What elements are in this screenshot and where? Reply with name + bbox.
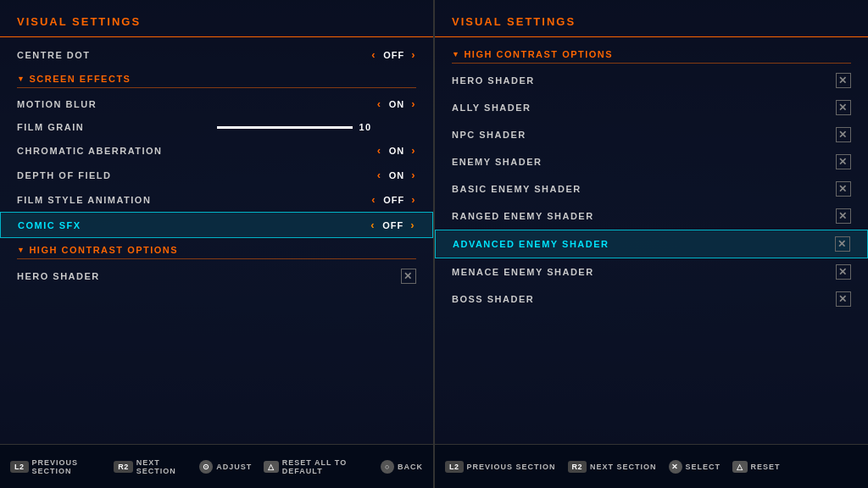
basic-enemy-shader-checkbox[interactable]: ✕ [836,181,851,197]
setting-basic-enemy-shader[interactable]: BASIC ENEMY SHADER ✕ [435,175,868,202]
reset-badge[interactable]: △ [264,461,279,473]
back-label: BACK [398,463,423,471]
boss-shader-label: BOSS SHADER [452,294,836,304]
comic-sfx-label: COMIC SFX [18,220,370,230]
hero-shader-label: HERO SHADER [452,75,836,86]
film-grain-fill [217,126,353,129]
film-style-animation-arrow-right[interactable]: › [411,193,416,206]
boss-shader-checkbox[interactable]: ✕ [836,291,851,307]
film-style-animation-arrow-left[interactable]: ‹ [371,193,376,206]
left-back-hint: ○ BACK [381,460,423,474]
setting-npc-shader[interactable]: NPC SHADER ✕ [435,121,868,148]
centre-dot-arrow-right[interactable]: › [411,48,416,61]
adjust-badge[interactable]: ⊙ [199,460,213,474]
left-prev-section-hint: L2 PREVIOUS SECTION [10,458,102,475]
advanced-enemy-shader-checkbox[interactable]: ✕ [835,236,850,252]
ally-shader-checkbox[interactable]: ✕ [836,100,851,115]
comic-sfx-arrow-left[interactable]: ‹ [370,219,376,231]
back-badge[interactable]: ○ [381,460,394,474]
basic-enemy-shader-label: BASIC ENEMY SHADER [452,184,836,194]
left-panel-title: VISUAL SETTINGS [0,10,433,37]
setting-comic-sfx[interactable]: COMIC SFX ‹ OFF › [0,212,433,238]
left-next-section-hint: R2 NEXT SECTION [114,458,187,475]
right-next-section-hint: R2 NEXT SECTION [568,461,657,473]
advanced-enemy-shader-label: ADVANCED ENEMY SHADER [453,239,835,249]
l2-badge-right[interactable]: L2 [445,461,464,473]
left-panel: VISUAL SETTINGS CENTRE DOT ‹ OFF › SCREE… [0,0,433,444]
right-prev-section-hint: L2 PREVIOUS SECTION [445,461,556,473]
depth-of-field-value: ON [389,170,405,180]
setting-centre-dot[interactable]: CENTRE DOT ‹ OFF › [0,42,433,67]
chromatic-aberration-value: ON [389,146,405,156]
chromatic-aberration-arrow-left[interactable]: ‹ [377,144,382,157]
setting-advanced-enemy-shader[interactable]: ADVANCED ENEMY SHADER ✕ [435,230,868,258]
npc-shader-label: NPC SHADER [452,130,836,140]
high-contrast-left-divider [17,258,416,259]
left-bottom-bar: L2 PREVIOUS SECTION R2 NEXT SECTION ⊙ AD… [0,444,433,488]
setting-hero-shader[interactable]: HERO SHADER ✕ [435,67,868,94]
setting-film-style-animation[interactable]: FILM STYLE ANIMATION ‹ OFF › [0,187,433,212]
next-section-label-left: NEXT SECTION [136,458,188,475]
prev-section-label-left: PREVIOUS SECTION [32,458,103,475]
hero-shader-checkbox[interactable]: ✕ [836,73,851,88]
motion-blur-arrow-right[interactable]: › [411,97,416,110]
comic-sfx-arrow-right[interactable]: › [410,219,415,231]
hero-shader-left-label: HERO SHADER [17,271,401,281]
ranged-enemy-shader-label: RANGED ENEMY SHADER [452,211,836,221]
motion-blur-value: ON [389,99,405,109]
setting-menace-enemy-shader[interactable]: MENACE ENEMY SHADER ✕ [435,258,868,286]
chromatic-aberration-label: CHROMATIC ABERRATION [17,146,377,156]
screen-effects-header: SCREEN EFFECTS [0,67,433,87]
high-contrast-right-divider [452,63,851,64]
setting-boss-shader[interactable]: BOSS SHADER ✕ [435,286,868,313]
ally-shader-label: ALLY SHADER [452,103,836,113]
menace-enemy-shader-checkbox[interactable]: ✕ [836,264,851,280]
centre-dot-arrow-left[interactable]: ‹ [371,48,376,61]
r2-badge-right[interactable]: R2 [568,461,587,473]
right-bottom-bar: L2 PREVIOUS SECTION R2 NEXT SECTION ✕ SE… [435,444,868,488]
right-panel: VISUAL SETTINGS HIGH CONTRAST OPTIONS HE… [435,0,868,444]
centre-dot-label: CENTRE DOT [17,50,371,60]
left-reset-hint: △ RESET ALL TO DEFAULT [264,458,369,475]
film-grain-slider-container: 10 [217,122,417,132]
right-panel-title: VISUAL SETTINGS [435,10,868,37]
adjust-label: ADJUST [216,463,252,471]
hero-shader-left-checkbox[interactable]: ✕ [401,269,416,284]
motion-blur-label: MOTION BLUR [17,99,377,109]
enemy-shader-label: ENEMY SHADER [452,157,836,167]
setting-ranged-enemy-shader[interactable]: RANGED ENEMY SHADER ✕ [435,202,868,230]
film-grain-track[interactable] [217,126,353,129]
ranged-enemy-shader-checkbox[interactable]: ✕ [836,208,851,224]
right-reset-badge[interactable]: △ [732,461,748,473]
film-style-animation-value: OFF [383,195,404,205]
right-reset-label: RESET [751,463,781,471]
setting-enemy-shader[interactable]: ENEMY SHADER ✕ [435,148,868,175]
centre-dot-value: OFF [383,50,404,60]
depth-of-field-arrow-right[interactable]: › [411,169,416,181]
motion-blur-arrow-left[interactable]: ‹ [377,97,382,110]
high-contrast-right-header: HIGH CONTRAST OPTIONS [435,42,868,63]
screen-effects-divider [17,87,416,88]
r2-badge-left[interactable]: R2 [114,461,133,473]
film-style-animation-label: FILM STYLE ANIMATION [17,195,371,205]
comic-sfx-value: OFF [382,220,403,230]
prev-section-label-right: PREVIOUS SECTION [467,463,556,471]
right-reset-hint: △ RESET [732,461,781,473]
select-label: SELECT [686,463,721,471]
right-select-hint: ✕ SELECT [669,460,721,474]
setting-depth-of-field[interactable]: DEPTH OF FIELD ‹ ON › [0,163,433,187]
setting-chromatic-aberration[interactable]: CHROMATIC ABERRATION ‹ ON › [0,138,433,163]
depth-of-field-label: DEPTH OF FIELD [17,170,377,180]
setting-motion-blur[interactable]: MOTION BLUR ‹ ON › [0,92,433,116]
depth-of-field-arrow-left[interactable]: ‹ [377,169,382,181]
npc-shader-checkbox[interactable]: ✕ [836,127,851,142]
film-grain-value: 10 [359,122,376,132]
setting-hero-shader-left[interactable]: HERO SHADER ✕ [0,263,433,290]
select-badge[interactable]: ✕ [669,460,682,474]
l2-badge-left[interactable]: L2 [10,461,29,473]
bottom-bar: L2 PREVIOUS SECTION R2 NEXT SECTION ⊙ AD… [0,444,868,488]
setting-film-grain[interactable]: FILM GRAIN 10 [0,116,433,138]
chromatic-aberration-arrow-right[interactable]: › [411,144,416,157]
enemy-shader-checkbox[interactable]: ✕ [836,154,851,169]
setting-ally-shader[interactable]: ALLY SHADER ✕ [435,94,868,121]
